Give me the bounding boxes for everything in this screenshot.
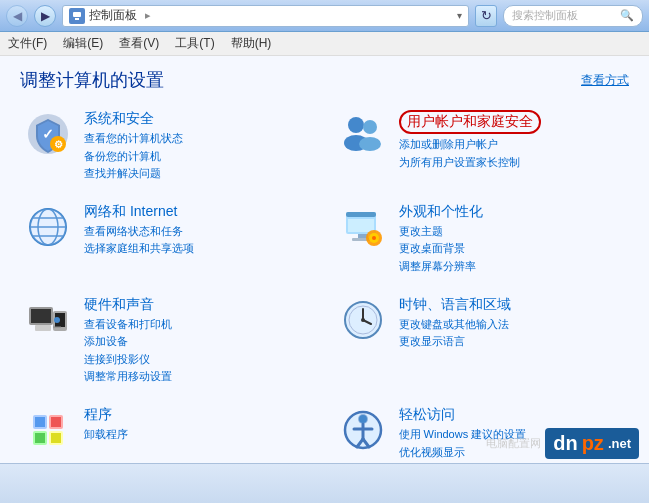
hardware-icon — [24, 296, 72, 344]
system-security-link-0[interactable]: 查看您的计算机状态 — [84, 130, 183, 148]
svg-point-37 — [361, 318, 365, 322]
system-security-link-2[interactable]: 查找并解决问题 — [84, 165, 183, 183]
user-account-link-0[interactable]: 添加或删除用户帐户 — [399, 136, 541, 154]
hardware-link-2[interactable]: 连接到投影仪 — [84, 351, 172, 369]
watermark: 电脑配置网 dn pz .net — [486, 428, 639, 459]
svg-rect-43 — [51, 417, 61, 427]
address-separator: ▸ — [145, 9, 151, 22]
svg-point-24 — [372, 236, 376, 240]
forward-button[interactable]: ▶ — [34, 5, 56, 27]
watermark-pz: pz — [582, 432, 604, 455]
menu-edit[interactable]: 编辑(E) — [63, 35, 103, 52]
svg-rect-1 — [73, 12, 81, 17]
svg-text:⚙: ⚙ — [54, 139, 63, 150]
search-bar[interactable]: 搜索控制面板 🔍 — [503, 5, 643, 27]
svg-rect-29 — [35, 325, 51, 331]
watermark-tagline: 电脑配置网 — [486, 436, 541, 451]
svg-point-16 — [30, 209, 66, 245]
address-text: 控制面板 — [89, 7, 137, 24]
svg-rect-44 — [35, 433, 45, 443]
svg-rect-26 — [31, 309, 51, 323]
svg-point-53 — [359, 415, 367, 423]
appearance-icon — [339, 203, 387, 251]
svg-point-9 — [363, 120, 377, 134]
menu-file[interactable]: 文件(F) — [8, 35, 47, 52]
search-icon: 🔍 — [620, 9, 634, 22]
svg-rect-42 — [35, 417, 45, 427]
category-appearance: 外观和个性化 更改主题 更改桌面背景 调整屏幕分辨率 — [325, 193, 640, 286]
user-account-icon — [339, 110, 387, 158]
menu-tools[interactable]: 工具(T) — [175, 35, 214, 52]
svg-rect-2 — [75, 18, 79, 20]
watermark-box: dn pz .net — [545, 428, 639, 459]
user-account-text: 用户帐户和家庭安全 添加或删除用户帐户 为所有用户设置家长控制 — [399, 110, 541, 171]
clock-link-1[interactable]: 更改显示语言 — [399, 333, 511, 351]
back-button[interactable]: ◀ — [6, 5, 28, 27]
system-security-text: 系统和安全 查看您的计算机状态 备份您的计算机 查找并解决问题 — [84, 110, 183, 183]
category-hardware: 硬件和声音 查看设备和打印机 添加设备 连接到投影仪 调整常用移动设置 — [10, 286, 325, 396]
watermark-net: .net — [608, 436, 631, 451]
svg-point-10 — [359, 137, 381, 151]
network-link-0[interactable]: 查看网络状态和任务 — [84, 223, 194, 241]
menu-help[interactable]: 帮助(H) — [231, 35, 272, 52]
hardware-link-0[interactable]: 查看设备和打印机 — [84, 316, 172, 334]
svg-point-7 — [348, 117, 364, 133]
category-system-security: ✓ ⚙ 系统和安全 查看您的计算机状态 备份您的计算机 查找并解决问题 — [10, 100, 325, 193]
page-title: 调整计算机的设置 — [20, 68, 164, 92]
network-icon — [24, 203, 72, 251]
svg-rect-18 — [346, 212, 376, 217]
user-account-link-1[interactable]: 为所有用户设置家长控制 — [399, 154, 541, 172]
system-security-title[interactable]: 系统和安全 — [84, 110, 183, 128]
clock-text: 时钟、语言和区域 更改键盘或其他输入法 更改显示语言 — [399, 296, 511, 351]
bottom-bar — [0, 463, 649, 503]
search-placeholder: 搜索控制面板 — [512, 8, 578, 23]
appearance-link-0[interactable]: 更改主题 — [399, 223, 483, 241]
programs-title[interactable]: 程序 — [84, 406, 128, 424]
refresh-button[interactable]: ↻ — [475, 5, 497, 27]
category-clock: 时钟、语言和区域 更改键盘或其他输入法 更改显示语言 — [325, 286, 640, 396]
ease-icon — [339, 406, 387, 454]
hardware-link-1[interactable]: 添加设备 — [84, 333, 172, 351]
title-bar: ◀ ▶ 控制面板 ▸ ▾ ↻ 搜索控制面板 🔍 — [0, 0, 649, 32]
clock-link-0[interactable]: 更改键盘或其他输入法 — [399, 316, 511, 334]
hardware-title[interactable]: 硬件和声音 — [84, 296, 172, 314]
menu-view[interactable]: 查看(V) — [119, 35, 159, 52]
category-user-account: 用户帐户和家庭安全 添加或删除用户帐户 为所有用户设置家长控制 — [325, 100, 640, 193]
address-icon — [69, 8, 85, 24]
ease-title[interactable]: 轻松访问 — [399, 406, 527, 424]
main-area: 调整计算机的设置 查看方式 ✓ ⚙ 系统和安全 查看您的计算机状态 备份您的计算… — [0, 56, 649, 463]
address-bar[interactable]: 控制面板 ▸ ▾ — [62, 5, 469, 27]
watermark-right: 电脑配置网 — [486, 436, 541, 451]
network-text: 网络和 Internet 查看网络状态和任务 选择家庭组和共享选项 — [84, 203, 194, 258]
clock-icon — [339, 296, 387, 344]
appearance-title[interactable]: 外观和个性化 — [399, 203, 483, 221]
system-security-icon: ✓ ⚙ — [24, 110, 72, 158]
view-button[interactable]: 查看方式 — [581, 72, 629, 89]
clock-title[interactable]: 时钟、语言和区域 — [399, 296, 511, 314]
appearance-link-2[interactable]: 调整屏幕分辨率 — [399, 258, 483, 276]
category-programs: 程序 卸载程序 — [10, 396, 325, 463]
address-arrow: ▾ — [457, 10, 462, 21]
category-grid: ✓ ⚙ 系统和安全 查看您的计算机状态 备份您的计算机 查找并解决问题 — [0, 100, 649, 463]
content-header: 调整计算机的设置 查看方式 — [0, 56, 649, 100]
svg-point-30 — [54, 317, 60, 323]
menu-bar: 文件(F) 编辑(E) 查看(V) 工具(T) 帮助(H) — [0, 32, 649, 56]
appearance-text: 外观和个性化 更改主题 更改桌面背景 调整屏幕分辨率 — [399, 203, 483, 276]
svg-rect-19 — [348, 219, 374, 232]
svg-rect-45 — [51, 433, 61, 443]
system-security-link-1[interactable]: 备份您的计算机 — [84, 148, 183, 166]
network-title[interactable]: 网络和 Internet — [84, 203, 194, 221]
user-account-title[interactable]: 用户帐户和家庭安全 — [399, 110, 541, 134]
programs-icon — [24, 406, 72, 454]
appearance-link-1[interactable]: 更改桌面背景 — [399, 240, 483, 258]
hardware-text: 硬件和声音 查看设备和打印机 添加设备 连接到投影仪 调整常用移动设置 — [84, 296, 172, 386]
watermark-dn: dn — [553, 432, 577, 455]
hardware-link-3[interactable]: 调整常用移动设置 — [84, 368, 172, 386]
category-network: 网络和 Internet 查看网络状态和任务 选择家庭组和共享选项 — [10, 193, 325, 286]
programs-link-0[interactable]: 卸载程序 — [84, 426, 128, 444]
network-link-1[interactable]: 选择家庭组和共享选项 — [84, 240, 194, 258]
programs-text: 程序 卸载程序 — [84, 406, 128, 444]
